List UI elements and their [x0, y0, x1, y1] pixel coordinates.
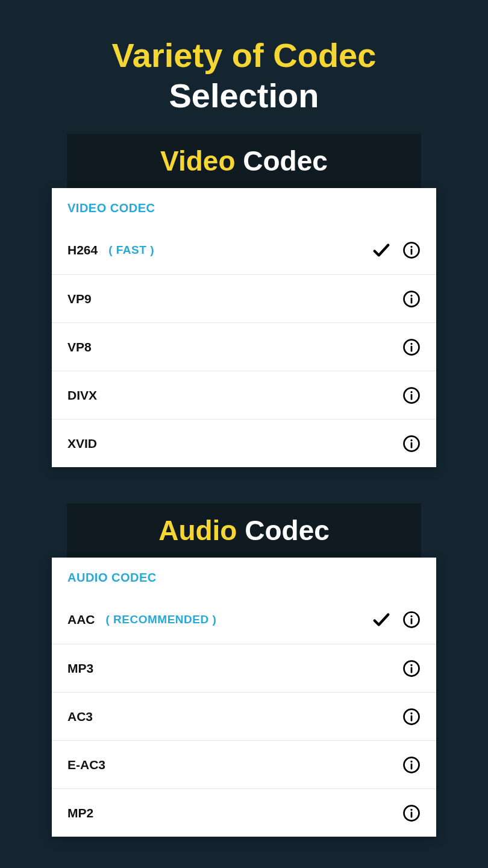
svg-point-13: [410, 439, 412, 441]
svg-point-22: [410, 712, 412, 714]
codec-row[interactable]: MP3: [52, 644, 436, 692]
info-icon[interactable]: [402, 435, 421, 453]
info-icon[interactable]: [402, 290, 421, 308]
video-codec-list: H264( FAST )VP9VP8DIVXXVID: [52, 226, 436, 467]
codec-row[interactable]: H264( FAST ): [52, 226, 436, 274]
codec-label: H264: [67, 243, 98, 257]
info-icon[interactable]: [402, 338, 421, 356]
audio-card-title: AUDIO CODEC: [52, 558, 436, 596]
codec-label: AC3: [67, 709, 93, 724]
codec-row[interactable]: AC3: [52, 692, 436, 740]
codec-row[interactable]: DIVX: [52, 371, 436, 419]
audio-codec-list: AAC( RECOMMENDED )MP3AC3E-AC3MP2: [52, 596, 436, 837]
audio-header-white: Codec: [237, 515, 329, 546]
info-icon[interactable]: [402, 386, 421, 404]
codec-row[interactable]: E-AC3: [52, 740, 436, 788]
codec-label: MP3: [67, 661, 93, 676]
codec-row[interactable]: AAC( RECOMMENDED ): [52, 596, 436, 644]
info-icon[interactable]: [402, 756, 421, 774]
codec-label: E-AC3: [67, 758, 105, 772]
svg-point-25: [410, 761, 412, 763]
codec-row[interactable]: MP2: [52, 788, 436, 837]
codec-label: VP9: [67, 292, 92, 306]
audio-header-accent: Audio: [158, 515, 237, 546]
svg-point-10: [410, 391, 412, 393]
codec-label: XVID: [67, 436, 97, 451]
info-icon[interactable]: [402, 659, 421, 678]
codec-label: VP8: [67, 340, 92, 354]
codec-tag: ( RECOMMENDED ): [106, 613, 217, 626]
codec-tag: ( FAST ): [108, 244, 154, 257]
hero-line2: Selection: [0, 75, 488, 116]
codec-row[interactable]: VP8: [52, 322, 436, 371]
svg-point-16: [410, 615, 412, 617]
audio-codec-card: AUDIO CODEC AAC( RECOMMENDED )MP3AC3E-AC…: [52, 558, 436, 837]
video-card-title: VIDEO CODEC: [52, 188, 436, 226]
info-icon[interactable]: [402, 804, 421, 822]
info-icon[interactable]: [402, 611, 421, 629]
codec-row[interactable]: VP9: [52, 274, 436, 322]
video-section-header: Video Codec: [67, 134, 421, 188]
svg-point-4: [410, 295, 412, 297]
codec-label: AAC: [67, 612, 95, 627]
codec-label: MP2: [67, 806, 93, 820]
video-codec-card: VIDEO CODEC H264( FAST )VP9VP8DIVXXVID: [52, 188, 436, 467]
svg-point-28: [410, 809, 412, 811]
svg-point-1: [410, 246, 412, 248]
video-header-accent: Video: [160, 145, 235, 177]
info-icon[interactable]: [402, 241, 421, 259]
audio-section-header: Audio Codec: [67, 503, 421, 558]
video-header-white: Codec: [236, 145, 328, 177]
svg-point-19: [410, 664, 412, 666]
hero-title: Variety of Codec Selection: [0, 0, 488, 134]
check-icon: [371, 609, 392, 630]
check-icon: [371, 240, 392, 260]
info-icon[interactable]: [402, 708, 421, 726]
codec-row[interactable]: XVID: [52, 419, 436, 467]
svg-point-7: [410, 343, 412, 345]
codec-label: DIVX: [67, 388, 97, 403]
hero-line1: Variety of Codec: [0, 35, 488, 75]
